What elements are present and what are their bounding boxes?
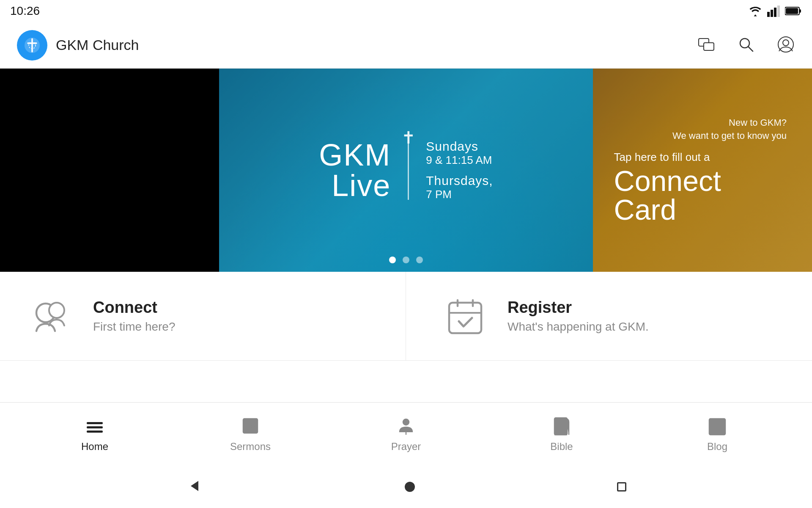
- app-title: GKM Church: [56, 37, 139, 53]
- sermons-icon: [240, 416, 261, 437]
- connect-icon-container: [25, 291, 76, 342]
- account-button[interactable]: [776, 35, 795, 55]
- svg-rect-5: [799, 9, 801, 13]
- svg-rect-18: [87, 422, 103, 424]
- nav-blog-label: Blog: [707, 441, 727, 453]
- nav-prayer[interactable]: Prayer: [381, 416, 431, 453]
- wifi-icon: [748, 5, 763, 17]
- dot-1[interactable]: [389, 257, 396, 263]
- svg-point-14: [783, 40, 789, 46]
- prayer-icon: [395, 416, 417, 437]
- nav-bible[interactable]: Bible: [536, 416, 587, 453]
- bible-icon: [551, 416, 572, 437]
- register-title: Register: [508, 298, 649, 317]
- schedule-text: Sundays 9 & 11:15 AM Thursdays, 7 PM: [426, 139, 493, 201]
- new-to-gkm-line1: New to GKM?: [672, 116, 787, 130]
- connect-card-text: Tap here to fill out a Connect Card: [614, 151, 721, 224]
- connect-section[interactable]: Connect First time here?: [0, 272, 406, 360]
- bottom-nav: Home Sermons Prayer Bible: [0, 402, 812, 466]
- android-home-button[interactable]: [405, 482, 415, 492]
- gkm-live-text: GKM Live: [319, 140, 391, 201]
- connect-subtitle: First time here?: [93, 320, 176, 334]
- svg-point-16: [49, 303, 64, 318]
- connect-icon: [30, 295, 72, 337]
- app-logo: [17, 30, 47, 61]
- svg-rect-3: [777, 6, 780, 17]
- nav-sermons-label: Sermons: [230, 441, 271, 453]
- register-section[interactable]: Register What's happening at GKM.: [406, 272, 812, 360]
- sundays-time: 9 & 11:15 AM: [426, 154, 493, 167]
- svg-rect-2: [774, 8, 776, 17]
- header-right: [697, 35, 795, 55]
- svg-rect-0: [767, 12, 770, 17]
- svg-rect-1: [771, 10, 773, 17]
- status-time: 10:26: [10, 4, 40, 18]
- register-subtitle: What's happening at GKM.: [508, 320, 649, 334]
- home-circle-icon: [405, 482, 415, 492]
- teal-content: GKM Live Sundays 9 & 11:15 AM Thursdays,…: [319, 139, 493, 201]
- nav-bible-label: Bible: [550, 441, 573, 453]
- banner-carousel[interactable]: GKM Live Sundays 9 & 11:15 AM Thursdays,…: [0, 69, 812, 272]
- svg-rect-6: [786, 8, 798, 14]
- thursdays-time: 7 PM: [426, 188, 493, 201]
- header-left: GKM Church: [17, 30, 139, 61]
- home-icon: [84, 416, 105, 437]
- messages-button[interactable]: [697, 35, 716, 55]
- battery-icon: [785, 6, 802, 16]
- banner-slides: GKM Live Sundays 9 & 11:15 AM Thursdays,…: [0, 69, 812, 272]
- nav-prayer-label: Prayer: [391, 441, 421, 453]
- svg-line-12: [748, 47, 753, 51]
- sundays-label: Sundays: [426, 139, 493, 154]
- search-button[interactable]: [737, 35, 755, 55]
- content-area: Connect First time here? Register What's…: [0, 272, 812, 361]
- svg-rect-17: [449, 303, 481, 333]
- nav-sermons[interactable]: Sermons: [225, 416, 276, 453]
- new-to-gkm-line2: We want to get to know you: [672, 130, 787, 143]
- status-icons: [748, 5, 802, 17]
- connect-text: Connect First time here?: [93, 298, 176, 334]
- svg-point-13: [778, 37, 793, 52]
- dot-2[interactable]: [403, 257, 409, 263]
- search-icon: [737, 35, 755, 54]
- nav-home[interactable]: Home: [69, 416, 120, 453]
- app-header: GKM Church: [0, 22, 812, 69]
- signal-icon: [767, 5, 781, 17]
- register-text: Register What's happening at GKM.: [508, 298, 649, 334]
- slide-teal[interactable]: GKM Live Sundays 9 & 11:15 AM Thursdays,…: [219, 69, 593, 272]
- dot-3[interactable]: [416, 257, 423, 263]
- account-icon: [776, 35, 795, 54]
- register-icon: [444, 295, 486, 337]
- thursdays-label: Thursdays,: [426, 174, 493, 188]
- android-back-button[interactable]: [186, 478, 203, 496]
- cross-divider: [408, 141, 409, 200]
- church-logo-icon: [24, 37, 41, 54]
- new-to-gkm-text: New to GKM? We want to get to know you: [672, 116, 791, 143]
- svg-rect-19: [87, 426, 103, 428]
- connect-label: Connect: [614, 166, 721, 195]
- svg-rect-20: [87, 431, 103, 433]
- tap-here-label: Tap here to fill out a: [614, 151, 721, 164]
- status-bar: 10:26: [0, 0, 812, 22]
- svg-point-23: [403, 419, 409, 425]
- svg-rect-21: [243, 419, 258, 433]
- nav-home-label: Home: [81, 441, 108, 453]
- card-label: Card: [614, 195, 721, 224]
- recents-square-icon: [617, 482, 626, 491]
- slide-golden[interactable]: New to GKM? We want to get to know you T…: [593, 69, 812, 272]
- nav-blog[interactable]: Blog: [692, 416, 743, 453]
- svg-marker-31: [191, 481, 198, 491]
- blog-icon: [707, 416, 728, 437]
- register-icon-container: [440, 291, 491, 342]
- gkm-label: GKM: [319, 140, 391, 170]
- carousel-dots: [389, 257, 423, 263]
- slide-black: [0, 69, 219, 272]
- svg-rect-10: [704, 43, 714, 50]
- back-icon: [186, 478, 203, 494]
- messages-icon: [697, 35, 716, 54]
- live-label: Live: [319, 170, 391, 201]
- connect-title: Connect: [93, 298, 176, 317]
- android-nav: [0, 466, 812, 508]
- android-recents-button[interactable]: [617, 482, 626, 491]
